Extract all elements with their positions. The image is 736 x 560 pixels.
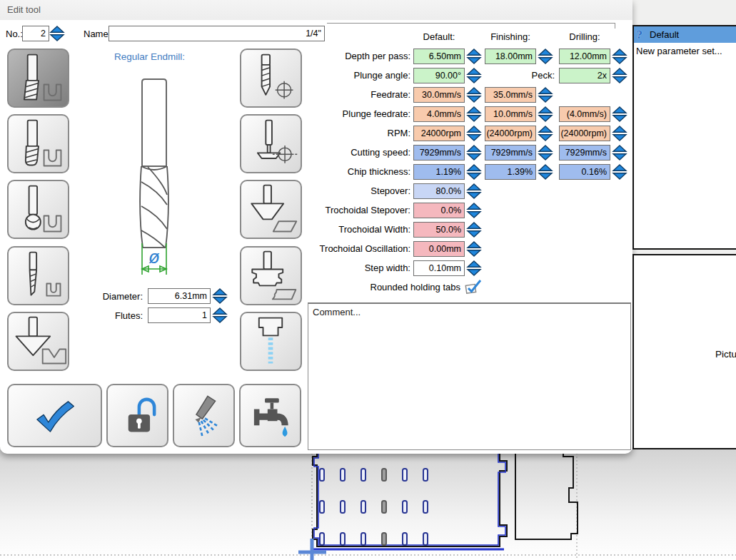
- engraving-bit-button[interactable]: [7, 246, 69, 305]
- slot-cutout[interactable]: [423, 533, 428, 545]
- tool-number-label: No.:: [6, 29, 23, 39]
- param-field[interactable]: 0.0%: [413, 203, 465, 218]
- slot-cutout[interactable]: [361, 469, 366, 481]
- spinner-up-down[interactable]: [466, 49, 482, 64]
- param-field[interactable]: 4.0mm/s: [413, 106, 465, 122]
- spinner-up-down[interactable]: [466, 183, 482, 199]
- slot-cutter-button[interactable]: [240, 114, 302, 173]
- rounded-holding-tabs-label: Rounded holding tabs: [307, 282, 460, 292]
- param-field[interactable]: (24000rpm): [485, 126, 536, 141]
- param-field[interactable]: (24000rpm): [559, 126, 610, 141]
- air-blast-button[interactable]: [173, 384, 235, 447]
- param-field[interactable]: 7929mm/s: [413, 145, 465, 161]
- spinner-up-down[interactable]: [466, 203, 482, 218]
- coolant-button[interactable]: [239, 384, 301, 447]
- rounded-holding-tabs-checkbox[interactable]: [463, 279, 482, 295]
- param-field[interactable]: 35.0mm/s: [485, 87, 536, 103]
- tool-name-input[interactable]: [109, 26, 325, 41]
- spinner-up-down[interactable]: [538, 87, 553, 103]
- cad-canvas[interactable]: [0, 449, 736, 560]
- spinner-up-down[interactable]: [538, 106, 553, 122]
- param-field[interactable]: 1.19%: [413, 164, 465, 180]
- param-field[interactable]: 12.00mm: [559, 49, 610, 64]
- param-field[interactable]: 0.16%: [559, 164, 610, 180]
- slot-cutout[interactable]: [341, 501, 345, 513]
- param-field[interactable]: (4.0mm/s): [559, 106, 610, 122]
- spinner-up-down[interactable]: [538, 49, 553, 64]
- spinner-up-down[interactable]: [466, 260, 482, 276]
- param-field[interactable]: 0.00mm: [413, 241, 465, 257]
- param-field[interactable]: 1.39%: [485, 164, 536, 180]
- parameter-set-item-default[interactable]: ? Default: [634, 26, 736, 43]
- drill-button[interactable]: [240, 49, 302, 108]
- part-outline-main[interactable]: [313, 449, 507, 546]
- diameter-input[interactable]: [148, 288, 211, 304]
- spinner-up-down[interactable]: [612, 68, 627, 83]
- param-label: Trochoidal Width:: [303, 224, 410, 235]
- slot-cutout[interactable]: [403, 501, 407, 513]
- tool-number-input[interactable]: [22, 26, 49, 41]
- slot-cutout[interactable]: [341, 533, 345, 545]
- param-field[interactable]: 2x: [559, 68, 610, 83]
- v-bit-button[interactable]: [7, 312, 69, 371]
- slot-cutout[interactable]: [382, 469, 386, 481]
- lock-open-button[interactable]: [106, 384, 168, 447]
- spinner-up-down[interactable]: [612, 126, 627, 141]
- slot-cutout[interactable]: [423, 469, 428, 481]
- profile-bit-button[interactable]: [240, 246, 302, 305]
- slot-cutout[interactable]: [361, 533, 366, 545]
- param-field[interactable]: 50.0%: [413, 222, 465, 238]
- flutes-input[interactable]: [148, 307, 211, 323]
- radius-endmill-button[interactable]: [7, 114, 69, 173]
- flat-endmill-button[interactable]: [7, 49, 69, 108]
- tool-number-spinner[interactable]: [49, 26, 65, 41]
- flutes-spinner[interactable]: [212, 307, 228, 323]
- slot-cutout[interactable]: [403, 533, 407, 545]
- spinner-up-down[interactable]: [466, 241, 482, 257]
- param-field[interactable]: 80.0%: [413, 183, 465, 199]
- spinner-up-down[interactable]: [466, 126, 482, 141]
- param-field[interactable]: 6.50mm: [413, 49, 465, 64]
- spinner-up-down[interactable]: [612, 164, 627, 180]
- flutes-label: Flutes:: [86, 310, 143, 321]
- comment-textarea[interactable]: [308, 302, 631, 450]
- slot-cutout[interactable]: [320, 469, 324, 481]
- spinner-up-down[interactable]: [466, 68, 482, 83]
- part-outline-side[interactable]: [515, 449, 578, 539]
- spinner-up-down[interactable]: [466, 164, 482, 180]
- param-field[interactable]: 30.0mm/s: [413, 87, 465, 103]
- spinner-up-down[interactable]: [612, 49, 627, 64]
- slot-cutout[interactable]: [320, 501, 324, 513]
- param-field[interactable]: 10.0mm/s: [485, 106, 536, 122]
- spinner-up-down[interactable]: [538, 126, 553, 141]
- thread-mill-button[interactable]: [240, 312, 302, 371]
- confirm-button[interactable]: [7, 384, 102, 447]
- param-field[interactable]: 90.00°: [413, 68, 465, 83]
- slot-cutout[interactable]: [382, 533, 386, 545]
- spinner-up-down[interactable]: [466, 106, 482, 122]
- spinner-up-down[interactable]: [466, 87, 482, 103]
- slot-cutout[interactable]: [403, 469, 407, 481]
- diameter-spinner[interactable]: [212, 288, 228, 304]
- slot-cutout[interactable]: [423, 501, 428, 513]
- spinner-up-down[interactable]: [612, 145, 627, 161]
- parameter-set-item-new[interactable]: New parameter set...: [634, 43, 736, 59]
- param-field[interactable]: 18.00mm: [485, 49, 536, 64]
- slot-cutout[interactable]: [361, 501, 366, 513]
- param-label: Trochoidal Oscillation:: [303, 243, 410, 254]
- spinner-up-down[interactable]: [466, 222, 482, 238]
- spinner-up-down[interactable]: [538, 164, 553, 180]
- param-field[interactable]: 7929mm/s: [485, 145, 536, 161]
- spinner-up-down[interactable]: [538, 145, 553, 161]
- param-field[interactable]: 24000rpm: [413, 126, 465, 141]
- slot-cutout[interactable]: [320, 533, 324, 545]
- slot-cutout[interactable]: [341, 469, 345, 481]
- checkmark-icon: [31, 392, 79, 439]
- ball-nose-endmill-button[interactable]: [7, 180, 69, 239]
- chamfer-mill-button[interactable]: [240, 180, 302, 239]
- slot-cutout[interactable]: [382, 501, 386, 513]
- spinner-up-down[interactable]: [612, 106, 627, 122]
- param-field[interactable]: 0.10mm: [413, 260, 465, 276]
- spinner-up-down[interactable]: [466, 145, 482, 161]
- param-field[interactable]: 7929mm/s: [559, 145, 610, 161]
